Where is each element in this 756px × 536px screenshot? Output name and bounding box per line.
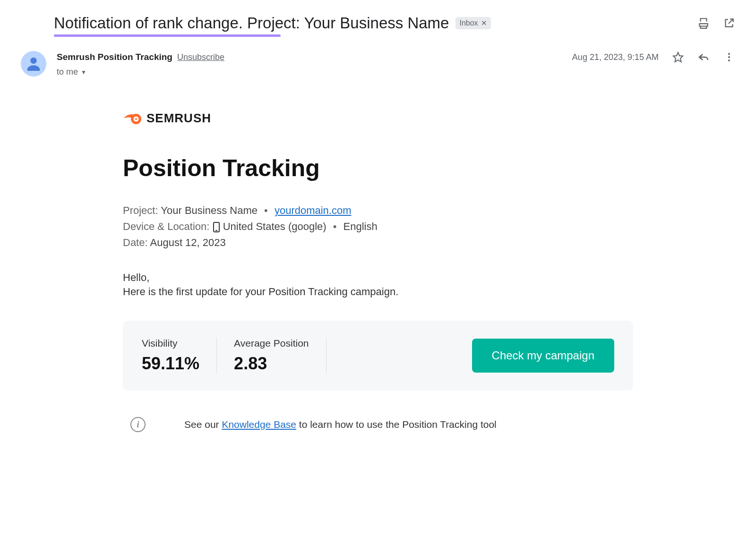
svg-point-4 — [728, 60, 730, 61]
visibility-stat: Visibility 59.11% — [142, 338, 216, 374]
to-row[interactable]: to me ▼ — [57, 67, 745, 77]
separator-dot: • — [333, 221, 337, 232]
date-line: Date: August 12, 2023 — [123, 237, 633, 249]
chevron-down-icon: ▼ — [81, 69, 86, 76]
kb-post: to learn how to use the Position Trackin… — [296, 419, 497, 430]
visibility-value: 59.11% — [142, 354, 199, 374]
to-label: to me — [57, 67, 78, 77]
greeting: Hello, Here is the first update for your… — [123, 272, 633, 298]
greeting-line-1: Hello, — [123, 272, 633, 284]
svg-marker-1 — [673, 52, 683, 62]
greeting-line-2: Here is the first update for your Positi… — [123, 286, 633, 298]
highlight-underline — [54, 34, 281, 37]
separator-dot: • — [264, 204, 268, 216]
kb-text: See our Knowledge Base to learn how to u… — [184, 419, 497, 430]
check-campaign-button[interactable]: Check my campaign — [472, 339, 614, 373]
date-label: Date: — [123, 237, 148, 248]
subject-wrap: Notification of rank change. Project: Yo… — [54, 14, 491, 32]
avatar — [21, 51, 46, 77]
sender-name: Semrush Position Tracking — [57, 52, 172, 62]
sender-top: Semrush Position Tracking Unsubscribe Au… — [57, 51, 745, 63]
device-location: United States (google) — [223, 221, 326, 232]
info-icon: i — [130, 417, 146, 432]
project-line: Project: Your Business Name • yourdomain… — [123, 204, 633, 217]
semrush-flame-icon — [123, 110, 142, 126]
inbox-label: Inbox — [459, 19, 478, 27]
avgpos-label: Average Position — [234, 338, 309, 349]
email-header: Notification of rank change. Project: Yo… — [11, 14, 745, 32]
avgpos-value: 2.83 — [234, 354, 309, 374]
sender-row: Semrush Position Tracking Unsubscribe Au… — [11, 51, 745, 77]
brand-logo: SEMRUSH — [123, 110, 633, 126]
open-external-icon[interactable] — [723, 17, 735, 29]
stats-card: Visibility 59.11% Average Position 2.83 … — [123, 321, 633, 391]
sender-left: Semrush Position Tracking Unsubscribe — [57, 52, 224, 62]
domain-link[interactable]: yourdomain.com — [275, 204, 352, 216]
svg-point-2 — [728, 53, 730, 55]
svg-point-3 — [728, 56, 730, 58]
sender-block: Semrush Position Tracking Unsubscribe Au… — [57, 51, 745, 77]
project-label: Project: — [123, 204, 158, 216]
unsubscribe-link[interactable]: Unsubscribe — [177, 52, 224, 62]
stat-divider — [326, 338, 326, 374]
knowledge-base-link[interactable]: Knowledge Base — [222, 419, 296, 430]
header-actions — [697, 17, 745, 29]
print-icon[interactable] — [697, 17, 710, 29]
kb-pre: See our — [184, 419, 222, 430]
star-icon[interactable] — [672, 51, 684, 63]
knowledge-base-row: i See our Knowledge Base to learn how to… — [123, 417, 633, 432]
date-value: August 12, 2023 — [150, 237, 226, 248]
svg-point-7 — [135, 118, 137, 120]
project-name: Your Business Name — [161, 204, 258, 216]
svg-point-0 — [30, 58, 36, 64]
email-subject: Notification of rank change. Project: Yo… — [54, 14, 449, 32]
timestamp: Aug 21, 2023, 9:15 AM — [572, 52, 659, 62]
brand-name: SEMRUSH — [146, 111, 211, 126]
close-icon[interactable]: ✕ — [481, 19, 487, 27]
phone-icon — [213, 222, 220, 232]
reply-icon[interactable] — [697, 51, 710, 63]
more-icon[interactable] — [723, 51, 735, 63]
content-title: Position Tracking — [123, 154, 633, 182]
email-body: SEMRUSH Position Tracking Project: Your … — [123, 110, 633, 432]
language: English — [344, 221, 378, 232]
device-label: Device & Location: — [123, 221, 209, 232]
device-line: Device & Location: United States (google… — [123, 221, 633, 233]
subject-text: Notification of rank change. Project: Yo… — [54, 14, 449, 32]
sender-right: Aug 21, 2023, 9:15 AM — [572, 51, 745, 63]
visibility-label: Visibility — [142, 338, 199, 349]
avgpos-stat: Average Position 2.83 — [217, 338, 326, 374]
inbox-badge[interactable]: Inbox ✕ — [455, 17, 490, 29]
